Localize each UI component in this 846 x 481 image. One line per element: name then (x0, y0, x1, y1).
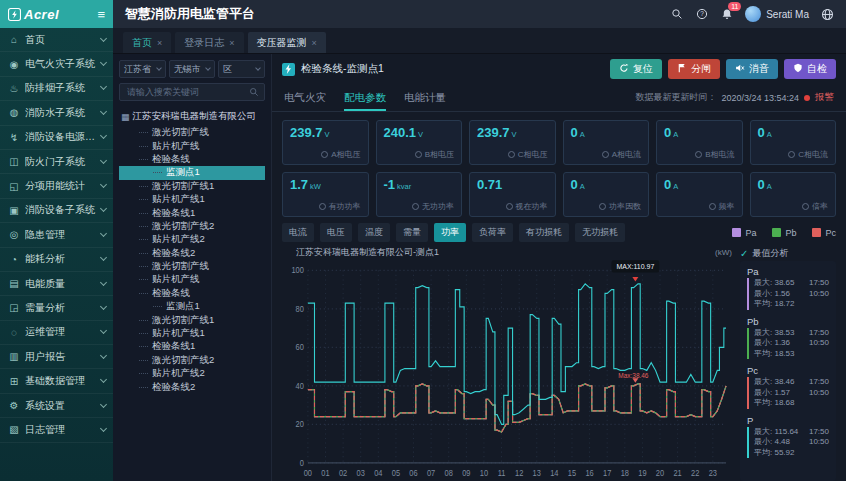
tree-node[interactable]: 贴片机产线 (119, 273, 265, 286)
user-menu[interactable]: Serati Ma (745, 6, 809, 22)
tree-node[interactable]: 激光切割产线 (119, 260, 265, 273)
sidebar-item-ops-management[interactable]: ◌运维管理 (0, 321, 113, 345)
sidebar-item-energy-stat[interactable]: ◱分项用能统计 (0, 174, 113, 198)
menu-collapse-icon[interactable]: ≡ (97, 8, 105, 21)
stat-label: 最小: 1.36 (754, 338, 790, 349)
tree-node[interactable]: 检验条线1 (119, 206, 265, 219)
update-info: 数据最新更新时间： 2020/3/24 13:54:24 报警 (635, 91, 834, 104)
chart-chip-需量[interactable]: 需量 (396, 223, 428, 242)
svg-text:03: 03 (357, 469, 366, 479)
sidebar-item-demand-analysis[interactable]: ◲需量分析 (0, 296, 113, 320)
tree-node[interactable]: 贴片机产线2 (119, 233, 265, 246)
metric-label-row: B相电压 (384, 149, 455, 160)
stat-series-name: Pb (747, 316, 829, 327)
sidebar-menu: ⌂首页◉电气火灾子系统♨防排烟子系统◍消防水子系统↯消防设备电源子系统◫防火门子… (0, 28, 113, 481)
sidebar-item-hazard[interactable]: ◎隐患管理 (0, 223, 113, 247)
tab-首页[interactable]: 首页× (123, 32, 171, 53)
sidebar-item-home[interactable]: ⌂首页 (0, 28, 113, 52)
fire-water-icon: ◍ (7, 107, 21, 118)
tree-search-icon[interactable] (249, 87, 259, 97)
metric-card: -1kvar无功功率 (376, 172, 463, 217)
sidebar-item-base-data[interactable]: ⊞基础数据管理 (0, 369, 113, 393)
tree-node[interactable]: 贴片机产线1 (119, 193, 265, 206)
panel-tab-电能计量[interactable]: 电能计量 (404, 84, 446, 111)
tab-close-icon[interactable]: × (229, 38, 234, 48)
sidebar-item-log[interactable]: ▧日志管理 (0, 418, 113, 442)
open-tabs-bar: 首页×登录日志×变压器监测× (113, 28, 846, 54)
sidebar-item-settings[interactable]: ⚙系统设置 (0, 394, 113, 418)
tree-node-label: 激光切割产线 (152, 126, 209, 139)
sidebar-item-fire-water[interactable]: ◍消防水子系统 (0, 101, 113, 125)
tree-node[interactable]: 激光切割产线2 (119, 220, 265, 233)
sidebar-item-user-report[interactable]: ▥用户报告 (0, 345, 113, 369)
region-select-1[interactable]: 无锡市 (169, 60, 216, 78)
chart-chip-有功损耗[interactable]: 有功损耗 (519, 223, 569, 242)
panel-tab-配电参数[interactable]: 配电参数 (344, 84, 386, 111)
shield-button[interactable]: 自检 (784, 59, 836, 79)
legend-item-Pa[interactable]: Pa (732, 228, 756, 238)
tree-search-input[interactable] (125, 86, 249, 98)
tree-node[interactable]: 激光切割产线1 (119, 313, 265, 326)
tree-node[interactable]: 检验条线1 (119, 340, 265, 353)
tree-node[interactable]: 贴片机产线2 (119, 367, 265, 380)
metric-circle-icon (802, 203, 809, 210)
legend-item-Pb[interactable]: Pb (772, 228, 796, 238)
tree-node[interactable]: 贴片机产线 (119, 139, 265, 152)
metric-label: 无功功率 (422, 201, 454, 212)
legend-item-Pc[interactable]: Pc (812, 228, 836, 238)
mute-button[interactable]: 消音 (726, 59, 778, 79)
notification-bell-icon[interactable]: 11 (720, 7, 734, 21)
stat-label: 最大: 38.53 (754, 328, 794, 339)
tab-close-icon[interactable]: × (157, 38, 162, 48)
search-icon[interactable] (670, 7, 684, 21)
tree-items: 激光切割产线贴片机产线检验条线监测点1激光切割产线1贴片机产线1检验条线1激光切… (119, 126, 265, 394)
region-select-2[interactable]: 区 (218, 60, 265, 78)
metric-label: 频率 (719, 201, 735, 212)
sidebar-item-power-quality[interactable]: ▤电能质量 (0, 272, 113, 296)
tree-node[interactable]: 激光切割产线2 (119, 354, 265, 367)
chart-chip-电压[interactable]: 电压 (320, 223, 352, 242)
chart-chip-功率[interactable]: 功率 (434, 223, 466, 242)
sidebar-item-fire-door[interactable]: ◫防火门子系统 (0, 150, 113, 174)
reset-button[interactable]: 复位 (610, 59, 662, 79)
tab-close-icon[interactable]: × (312, 38, 317, 48)
metric-label: A相电流 (612, 149, 641, 160)
alarm-label[interactable]: 报警 (815, 91, 834, 104)
flag-button[interactable]: 分闸 (668, 59, 720, 79)
help-icon[interactable]: ? (695, 7, 709, 21)
stat-rows: 最大: 38.6517:50最小: 1.5610:50平均: 18.72 (747, 278, 829, 310)
metric-circle-icon (415, 151, 422, 158)
chart-chip-无功损耗[interactable]: 无功损耗 (575, 223, 625, 242)
chart-chip-温度[interactable]: 温度 (358, 223, 390, 242)
sidebar-item-fire-equipment[interactable]: ▣消防设备子系统 (0, 199, 113, 223)
tree-node[interactable]: 监测点1 (119, 300, 265, 313)
tab-变压器监测[interactable]: 变压器监测× (248, 32, 326, 53)
max-min-analysis-checkbox[interactable]: ✓ 最值分析 (740, 245, 836, 261)
panel-tab-电气火灾[interactable]: 电气火灾 (284, 84, 326, 111)
sidebar-item-smoke-control[interactable]: ♨防排烟子系统 (0, 77, 113, 101)
tree-node[interactable]: 激光切割产线 (119, 126, 265, 139)
sidebar-item-energy-analysis[interactable]: ◔能耗分析 (0, 248, 113, 272)
shield-icon (793, 63, 803, 75)
chart-chip-负荷率[interactable]: 负荷率 (472, 223, 513, 242)
sidebar-item-fire-power[interactable]: ↯消防设备电源子系统 (0, 126, 113, 150)
metric-label: 视在功率 (516, 201, 548, 212)
tree-node[interactable]: 检验条线2 (119, 380, 265, 393)
tree-root-company[interactable]: ▦ 江苏安科瑞电器制造有限公司 (119, 108, 265, 126)
svg-text:21: 21 (673, 469, 682, 479)
tree-node[interactable]: 监测点1 (119, 166, 265, 179)
sidebar-item-electric-fire[interactable]: ◉电气火灾子系统 (0, 52, 113, 76)
metric-label-row: 倍率 (758, 201, 829, 212)
tree-node[interactable]: 检验条线 (119, 153, 265, 166)
tree-node-label: 贴片机产线1 (152, 193, 205, 206)
language-icon[interactable] (820, 7, 834, 21)
tree-node[interactable]: 激光切割产线1 (119, 180, 265, 193)
tree-node[interactable]: 检验条线 (119, 287, 265, 300)
legend-name: Pb (785, 228, 796, 238)
region-select-0[interactable]: 江苏省 (119, 60, 166, 78)
tree-node[interactable]: 检验条线2 (119, 247, 265, 260)
tree-node[interactable]: 贴片机产线1 (119, 327, 265, 340)
stat-label: 最小: 1.57 (754, 388, 790, 399)
tab-登录日志[interactable]: 登录日志× (175, 32, 243, 53)
chart-chip-电流[interactable]: 电流 (282, 223, 314, 242)
